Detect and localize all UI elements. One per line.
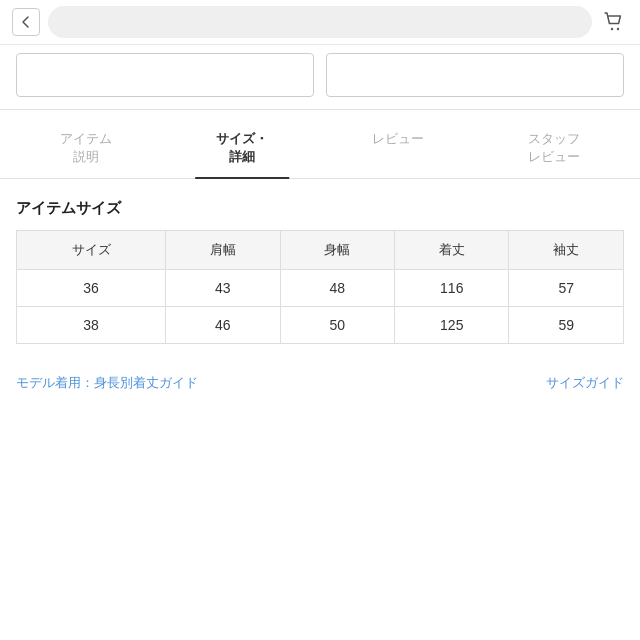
table-row: 38 46 50 125 59 <box>17 307 624 344</box>
col-header-sleeve: 袖丈 <box>509 231 624 270</box>
cell-length-36: 116 <box>395 270 509 307</box>
size-table: サイズ 肩幅 身幅 着丈 袖丈 36 43 48 116 57 38 46 50… <box>16 230 624 344</box>
tab-item-description[interactable]: アイテム 説明 <box>8 118 164 178</box>
cell-size-38: 38 <box>17 307 166 344</box>
cell-sleeve-36: 57 <box>509 270 624 307</box>
table-header-row: サイズ 肩幅 身幅 着丈 袖丈 <box>17 231 624 270</box>
col-header-size: サイズ <box>17 231 166 270</box>
cart-icon[interactable] <box>600 8 628 36</box>
svg-point-0 <box>611 28 613 30</box>
table-row: 36 43 48 116 57 <box>17 270 624 307</box>
back-icon[interactable] <box>12 8 40 36</box>
button-left[interactable] <box>16 53 314 97</box>
cell-body-38: 50 <box>280 307 394 344</box>
cell-shoulder-38: 46 <box>166 307 280 344</box>
tab-item-staff-review[interactable]: スタッフ レビュー <box>476 118 632 178</box>
action-buttons <box>0 45 640 110</box>
search-bar[interactable] <box>48 6 592 38</box>
cell-body-36: 48 <box>280 270 394 307</box>
col-header-shoulder: 肩幅 <box>166 231 280 270</box>
cell-size-36: 36 <box>17 270 166 307</box>
bottom-links: モデル着用：身長別着丈ガイド サイズガイド <box>0 364 640 402</box>
top-bar <box>0 0 640 45</box>
svg-point-1 <box>617 28 619 30</box>
cell-shoulder-36: 43 <box>166 270 280 307</box>
cell-sleeve-38: 59 <box>509 307 624 344</box>
size-guide-link[interactable]: サイズガイド <box>546 374 624 392</box>
cell-length-38: 125 <box>395 307 509 344</box>
model-guide-link[interactable]: モデル着用：身長別着丈ガイド <box>16 374 198 392</box>
section-title: アイテムサイズ <box>16 199 624 218</box>
tab-bar: アイテム 説明 サイズ・ 詳細 レビュー スタッフ レビュー <box>0 118 640 179</box>
content-area: アイテムサイズ サイズ 肩幅 身幅 着丈 袖丈 36 43 48 116 57 … <box>0 179 640 364</box>
col-header-body-width: 身幅 <box>280 231 394 270</box>
button-right[interactable] <box>326 53 624 97</box>
col-header-length: 着丈 <box>395 231 509 270</box>
tab-item-size[interactable]: サイズ・ 詳細 <box>164 118 320 178</box>
tab-item-review[interactable]: レビュー <box>320 118 476 178</box>
